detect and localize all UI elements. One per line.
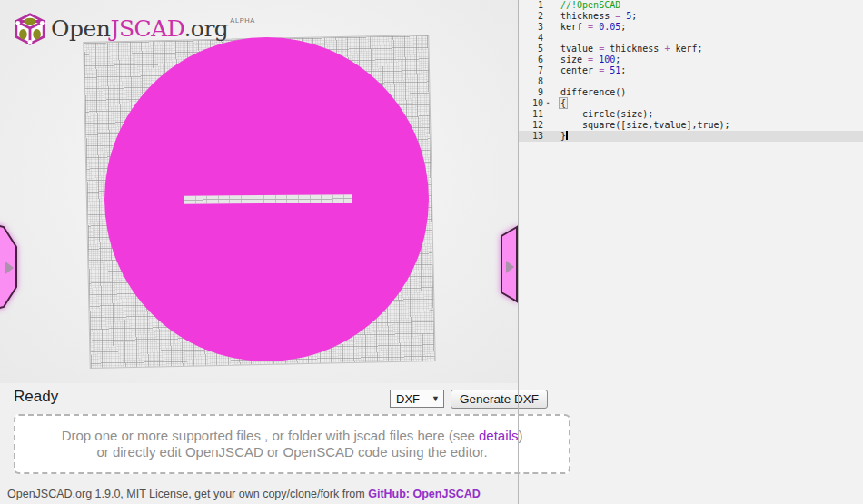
fold-spacer (543, 109, 552, 120)
openjscad-app: OpenJSCAD.org ALPHA Ready DXF ▼ Generate… (0, 0, 863, 504)
fold-arrow-icon[interactable]: ▾ (543, 98, 552, 109)
gutter-cell: 13 (519, 131, 552, 142)
fold-spacer (543, 65, 552, 76)
expand-right-panel-tab[interactable] (498, 222, 519, 312)
code-token: 0.05 (599, 22, 620, 32)
code-line[interactable]: 2thickness = 5; (519, 11, 863, 22)
code-line[interactable]: 7center = 51; (519, 65, 863, 76)
format-selected-value: DXF (396, 392, 420, 406)
code-token: ; (631, 11, 637, 21)
details-link[interactable]: details (479, 428, 518, 443)
code-token: ; (620, 65, 626, 75)
gutter-cell: 12 (519, 120, 552, 131)
code-token: { (559, 97, 568, 109)
fold-spacer (543, 131, 552, 142)
code-token: square([size,tvalue],true); (560, 120, 730, 130)
code-text (552, 76, 560, 87)
github-link[interactable]: GitHub: OpenJSCAD (368, 488, 481, 500)
code-line[interactable]: 10▾{ (519, 98, 863, 109)
code-token: tvalue (560, 44, 599, 54)
code-text: tvalue = thickness + kerf; (552, 44, 703, 54)
chevron-down-icon: ▼ (432, 394, 440, 403)
gutter-cell: 4 (519, 33, 552, 44)
code-lines: 1//!OpenSCAD2thickness = 5;3kerf = 0.05;… (519, 0, 863, 142)
text-cursor (566, 131, 568, 140)
gutter-cell: 6 (519, 54, 552, 65)
code-token: 51 (610, 65, 620, 75)
gutter-cell: 2 (519, 11, 552, 22)
panel-divider[interactable] (518, 0, 519, 504)
code-text: kerf = 0.05; (552, 22, 626, 33)
code-token: 100 (599, 54, 615, 64)
line-number: 12 (519, 120, 543, 131)
code-line[interactable]: 1//!OpenSCAD (519, 0, 863, 11)
code-token: center (560, 65, 599, 75)
code-line[interactable]: 3kerf = 0.05; (519, 22, 863, 33)
gutter-cell: 10▾ (519, 98, 552, 109)
line-number: 6 (519, 54, 543, 65)
code-token: kerf; (670, 44, 702, 54)
code-token: ; (615, 54, 620, 64)
footer: OpenJSCAD.org 1.9.0, MIT License, get yo… (7, 488, 481, 500)
code-text: size = 100; (552, 54, 620, 65)
file-dropzone[interactable]: Drop one or more supported files , or fo… (14, 414, 570, 474)
format-select[interactable]: DXF ▼ (390, 390, 444, 408)
gutter-cell: 3 (519, 22, 552, 33)
code-line[interactable]: 5tvalue = thickness + kerf; (519, 44, 863, 54)
dropzone-text: ) (518, 428, 522, 443)
fold-spacer (543, 120, 552, 131)
output-controls: DXF ▼ Generate DXF (390, 390, 548, 409)
line-number: 13 (519, 131, 543, 142)
code-token: //!OpenSCAD (560, 0, 620, 10)
fold-spacer (543, 54, 552, 65)
generate-button[interactable]: Generate DXF (451, 390, 548, 409)
logo-wordmark: OpenJSCAD.org (51, 11, 228, 47)
gutter-cell: 11 (519, 109, 552, 120)
code-token: circle(size); (560, 109, 653, 119)
gutter-cell: 1 (519, 0, 552, 11)
code-text: square([size,tvalue],true); (552, 120, 730, 131)
code-line[interactable]: 13} (519, 131, 863, 142)
line-number: 5 (519, 44, 543, 54)
code-line[interactable]: 11 circle(size); (519, 109, 863, 120)
code-text: center = 51; (552, 65, 626, 76)
dropzone-text: Drop one or more supported files , or fo… (62, 428, 479, 443)
code-token: kerf (560, 22, 588, 32)
viewer-canvas[interactable] (0, 0, 518, 383)
fold-spacer (543, 76, 552, 87)
fold-spacer (543, 11, 552, 22)
code-text: //!OpenSCAD (552, 0, 620, 11)
gutter-cell: 7 (519, 65, 552, 76)
code-text: } (552, 131, 568, 142)
line-number: 7 (519, 65, 543, 76)
code-token: difference() (560, 87, 626, 97)
line-number: 11 (519, 109, 543, 120)
code-line[interactable]: 8 (519, 76, 863, 87)
fold-spacer (543, 44, 552, 54)
line-number: 4 (519, 33, 543, 44)
line-number: 1 (519, 0, 543, 11)
dropzone-line2: or directly edit OpenJSCAD or OpenSCAD c… (96, 444, 487, 460)
code-line[interactable]: 9difference() (519, 87, 863, 98)
line-number: 2 (519, 11, 543, 22)
code-line[interactable]: 4 (519, 33, 863, 44)
code-line[interactable]: 12 square([size,tvalue],true); (519, 120, 863, 131)
code-token: thickness (560, 11, 615, 21)
fold-spacer (543, 0, 552, 11)
code-token: thickness (604, 44, 664, 54)
dropzone-line1: Drop one or more supported files , or fo… (62, 428, 523, 444)
openjscad-cube-icon (13, 11, 47, 47)
code-text: { (552, 98, 568, 109)
code-text: thickness = 5; (552, 11, 637, 22)
code-line[interactable]: 6size = 100; (519, 54, 863, 65)
code-text: circle(size); (552, 109, 653, 120)
fold-spacer (543, 87, 552, 98)
line-number: 3 (519, 22, 543, 33)
fold-spacer (543, 33, 552, 44)
status-text: Ready (14, 388, 58, 406)
logo: OpenJSCAD.org ALPHA (13, 11, 255, 47)
expand-left-panel-tab[interactable] (0, 222, 20, 312)
footer-text: OpenJSCAD.org 1.9.0, MIT License, get yo… (7, 488, 368, 500)
gutter-cell: 5 (519, 44, 552, 54)
line-number: 10 (519, 98, 543, 109)
